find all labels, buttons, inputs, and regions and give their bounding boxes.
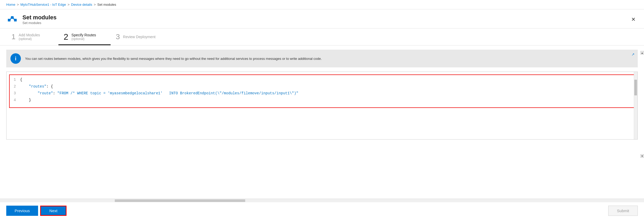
info-banner: i You can set routes between modules, wh… <box>6 50 638 67</box>
svg-rect-1 <box>11 16 14 19</box>
previous-button[interactable]: Previous <box>6 206 38 216</box>
vertical-scrollbar[interactable] <box>634 72 637 139</box>
breadcrumb: Home > MyIoTHubService1 - IoT Edge > Dev… <box>0 0 644 9</box>
page-icon <box>6 13 19 26</box>
page-title: Set modules <box>22 14 57 21</box>
code-line-1: 1 { <box>10 78 634 84</box>
next-button[interactable]: Next <box>40 206 67 216</box>
wizard-step-2[interactable]: 2 Specify Routes (optional) <box>58 28 111 45</box>
breadcrumb-home[interactable]: Home <box>6 3 15 7</box>
wizard-step-3[interactable]: 3 Review Deployment <box>111 28 166 45</box>
page-subtitle: Set modules <box>22 21 57 25</box>
breadcrumb-hub[interactable]: MyIoTHubService1 - IoT Edge <box>20 3 66 7</box>
scroll-arrow-down[interactable]: ▼ <box>640 154 644 158</box>
step-3-label: Review Deployment <box>123 35 156 39</box>
step-2-label: Specify Routes <box>71 33 96 37</box>
code-line-2: 2 "routes": { <box>10 84 634 91</box>
step-1-number: 1 <box>11 33 16 40</box>
scroll-arrow-up[interactable]: ▲ <box>640 51 644 55</box>
submit-button: Submit <box>608 206 638 216</box>
info-text: You can set routes between modules, whic… <box>25 57 634 61</box>
breadcrumb-device[interactable]: Device details <box>71 3 92 7</box>
bottom-nav: Previous Next Submit <box>0 201 644 220</box>
code-line-4: 4 } <box>10 98 634 105</box>
step-1-sublabel: (optional) <box>19 37 40 41</box>
horizontal-scrollbar[interactable] <box>0 199 644 202</box>
scrollbar-thumb[interactable] <box>634 80 637 95</box>
svg-line-4 <box>14 18 14 20</box>
horizontal-scrollbar-thumb[interactable] <box>115 199 245 202</box>
page-header: Set modules Set modules ✕ <box>0 9 644 28</box>
step-3-number: 3 <box>116 33 120 40</box>
info-icon: i <box>10 53 21 64</box>
step-1-label: Add Modules <box>19 33 40 37</box>
close-button[interactable]: ✕ <box>629 15 638 24</box>
step-2-number: 2 <box>64 33 68 41</box>
code-line-3: 3 "route": "FROM /* WHERE topic = 'myase… <box>10 91 634 98</box>
svg-rect-0 <box>8 19 10 21</box>
code-editor-container: 1 { 2 "routes": { 3 "route": "FROM /* WH… <box>6 72 638 140</box>
svg-rect-2 <box>14 19 17 21</box>
code-editor[interactable]: 1 { 2 "routes": { 3 "route": "FROM /* WH… <box>9 74 635 108</box>
step-2-sublabel: (optional) <box>71 37 96 41</box>
breadcrumb-current: Set modules <box>97 3 116 7</box>
svg-line-3 <box>10 18 11 20</box>
code-lines: 1 { 2 "routes": { 3 "route": "FROM /* WH… <box>10 78 634 105</box>
wizard-step-1[interactable]: 1 Add Modules (optional) <box>6 28 58 45</box>
wizard-steps: 1 Add Modules (optional) 2 Specify Route… <box>0 28 644 45</box>
external-link-icon[interactable]: ↗ <box>631 52 635 56</box>
